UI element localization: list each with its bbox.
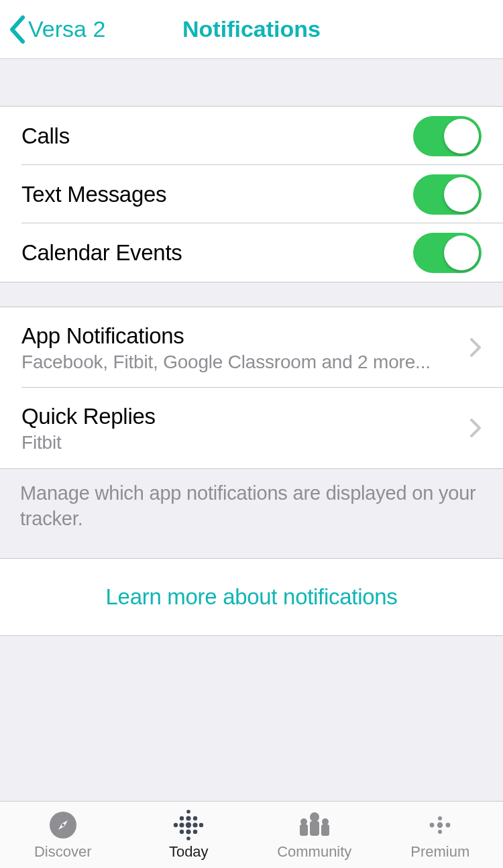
compass-icon	[48, 810, 78, 840]
tab-premium-label: Premium	[410, 843, 469, 861]
page-title: Notifications	[182, 16, 321, 42]
svg-point-14	[193, 829, 197, 833]
svg-rect-21	[321, 824, 329, 836]
community-icon	[296, 810, 333, 840]
svg-point-24	[437, 822, 443, 827]
back-button[interactable]: Versa 2	[0, 15, 105, 44]
chevron-right-icon	[469, 337, 482, 358]
svg-rect-17	[310, 821, 319, 836]
svg-point-25	[446, 822, 451, 827]
svg-point-18	[300, 818, 307, 825]
chevron-left-icon	[8, 15, 25, 44]
svg-point-6	[193, 816, 197, 820]
texts-toggle[interactable]	[413, 174, 482, 215]
svg-rect-19	[300, 824, 308, 836]
fitbit-logo-icon	[172, 810, 205, 840]
toggle-section: Calls Text Messages Calendar Events	[0, 106, 503, 282]
svg-point-5	[186, 816, 191, 820]
tab-community-label: Community	[277, 843, 351, 861]
tab-today-label: Today	[169, 843, 209, 861]
calendar-toggle[interactable]	[413, 233, 482, 273]
tab-discover-label: Discover	[34, 843, 92, 861]
svg-point-11	[199, 822, 203, 826]
premium-icon	[423, 810, 457, 840]
row-calendar-events: Calendar Events	[0, 223, 503, 282]
svg-point-8	[180, 822, 184, 827]
svg-point-12	[180, 829, 184, 833]
texts-label: Text Messages	[21, 182, 166, 207]
svg-point-16	[310, 812, 319, 822]
row-calls: Calls	[0, 107, 503, 165]
learn-more-link[interactable]: Learn more about notifications	[106, 584, 398, 610]
svg-point-10	[193, 822, 198, 827]
svg-point-7	[174, 822, 178, 826]
svg-point-3	[186, 810, 190, 814]
header: Versa 2 Notifications	[0, 0, 503, 59]
row-text-messages: Text Messages	[0, 165, 503, 223]
calendar-label: Calendar Events	[21, 240, 182, 266]
tab-discover[interactable]: Discover	[0, 802, 126, 868]
svg-point-20	[322, 818, 329, 825]
row-quick-replies[interactable]: Quick Replies Fitbit	[0, 388, 503, 468]
tab-community[interactable]: Community	[252, 802, 378, 868]
app-notifications-title: App Notifications	[21, 322, 456, 351]
svg-point-26	[438, 830, 442, 834]
svg-point-23	[430, 822, 435, 827]
svg-point-15	[186, 836, 190, 840]
tab-today[interactable]: Today	[126, 802, 252, 868]
svg-point-2	[62, 823, 64, 826]
quick-replies-subtitle: Fitbit	[21, 432, 456, 453]
chevron-right-icon	[469, 418, 482, 438]
svg-point-22	[438, 816, 442, 820]
tab-bar: Discover Today	[0, 801, 503, 868]
svg-point-4	[180, 816, 184, 820]
row-app-notifications[interactable]: App Notifications Facebook, Fitbit, Goog…	[0, 307, 503, 388]
tab-premium[interactable]: Premium	[378, 802, 504, 868]
back-label: Versa 2	[28, 16, 105, 42]
calls-label: Calls	[21, 123, 70, 149]
calls-toggle[interactable]	[413, 116, 482, 156]
section-footer: Manage which app notifications are displ…	[0, 469, 503, 558]
svg-point-13	[186, 829, 191, 834]
link-section: Learn more about notifications	[0, 558, 503, 636]
svg-point-9	[186, 822, 191, 827]
nav-section: App Notifications Facebook, Fitbit, Goog…	[0, 307, 503, 469]
app-notifications-subtitle: Facebook, Fitbit, Google Classroom and 2…	[21, 351, 456, 373]
quick-replies-title: Quick Replies	[21, 402, 456, 431]
